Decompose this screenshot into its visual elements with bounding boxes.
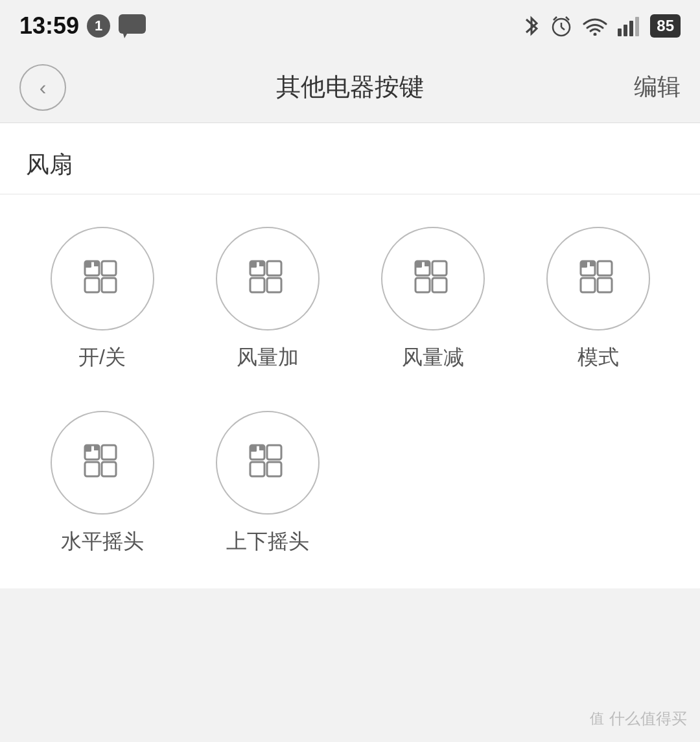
svg-rect-34 — [598, 261, 612, 275]
wifi-icon — [583, 16, 607, 36]
fan-up-label: 风量加 — [237, 343, 299, 372]
fan-up-button[interactable] — [216, 227, 320, 330]
notification-badge: 1 — [87, 14, 110, 38]
buttons-grid-row1: 开/关 风量加 — [0, 194, 700, 404]
svg-rect-22 — [267, 261, 281, 275]
button-item-hswing: 水平摇头 — [26, 411, 178, 556]
power-icon — [80, 256, 125, 301]
svg-rect-36 — [581, 278, 595, 292]
svg-rect-10 — [629, 21, 633, 36]
watermark-icon: 值 — [590, 709, 604, 728]
svg-rect-13 — [85, 261, 91, 268]
fan-up-icon — [245, 256, 290, 301]
page-title: 其他电器按键 — [276, 71, 424, 104]
svg-rect-17 — [85, 278, 99, 292]
fan-down-label: 风量减 — [402, 343, 464, 372]
vswing-button[interactable] — [216, 411, 320, 515]
svg-rect-0 — [119, 14, 146, 34]
hswing-icon — [80, 440, 125, 485]
svg-point-7 — [594, 33, 597, 36]
back-arrow-icon: ‹ — [40, 77, 47, 98]
svg-rect-40 — [102, 445, 116, 459]
buttons-grid-row2: 水平摇头 上下摇头 — [0, 404, 700, 588]
svg-rect-20 — [250, 261, 257, 268]
bluetooth-icon — [523, 14, 540, 38]
svg-marker-21 — [259, 261, 264, 266]
watermark-text: 什么值得买 — [609, 708, 687, 729]
back-button[interactable]: ‹ — [19, 64, 66, 111]
svg-rect-38 — [85, 445, 91, 452]
svg-rect-48 — [250, 462, 264, 476]
status-right: 85 — [523, 14, 681, 38]
mode-label: 模式 — [578, 343, 619, 372]
vswing-icon — [245, 440, 290, 485]
svg-marker-1 — [123, 34, 127, 38]
section-header: 风扇 — [0, 123, 700, 194]
svg-marker-45 — [259, 445, 264, 450]
svg-rect-16 — [102, 278, 116, 292]
fan-down-icon — [410, 256, 456, 301]
svg-rect-42 — [85, 462, 99, 476]
svg-rect-30 — [415, 278, 430, 292]
svg-rect-44 — [250, 445, 257, 452]
button-item-fan-down: 风量减 — [356, 227, 509, 372]
fan-down-button[interactable] — [381, 227, 485, 330]
alarm-icon — [550, 15, 572, 37]
svg-rect-26 — [415, 261, 422, 268]
svg-rect-9 — [624, 25, 627, 36]
power-button[interactable] — [51, 227, 154, 330]
hswing-button[interactable] — [51, 411, 154, 515]
button-item-vswing: 上下摇头 — [191, 411, 344, 556]
svg-rect-11 — [635, 17, 639, 36]
message-icon — [118, 14, 146, 38]
svg-rect-41 — [102, 462, 116, 476]
svg-rect-8 — [618, 29, 622, 36]
status-left: 13:59 1 — [19, 12, 146, 40]
svg-rect-35 — [598, 278, 612, 292]
button-item-power: 开/关 — [26, 227, 178, 372]
button-item-fan-up: 风量加 — [191, 227, 344, 372]
svg-marker-27 — [425, 261, 430, 266]
status-time: 13:59 — [19, 12, 79, 40]
button-item-mode: 模式 — [522, 227, 674, 372]
svg-rect-32 — [581, 261, 587, 268]
battery-indicator: 85 — [650, 14, 681, 38]
main-content: 风扇 开/关 — [0, 123, 700, 588]
svg-rect-29 — [432, 278, 447, 292]
signal-icon — [618, 16, 640, 36]
edit-button[interactable]: 编辑 — [634, 71, 681, 103]
svg-rect-23 — [267, 278, 281, 292]
svg-marker-33 — [590, 261, 595, 266]
status-bar: 13:59 1 — [0, 0, 700, 52]
mode-button[interactable] — [546, 227, 650, 330]
svg-rect-28 — [432, 261, 447, 275]
vswing-label: 上下摇头 — [226, 528, 309, 556]
section-title: 风扇 — [26, 151, 73, 178]
watermark: 值 什么值得买 — [590, 708, 687, 729]
mode-icon — [576, 256, 621, 301]
svg-rect-24 — [250, 278, 264, 292]
nav-bar: ‹ 其他电器按键 编辑 — [0, 52, 700, 123]
svg-marker-39 — [94, 445, 99, 450]
hswing-label: 水平摇头 — [61, 528, 144, 556]
svg-rect-47 — [267, 462, 281, 476]
svg-rect-15 — [102, 261, 116, 275]
svg-rect-46 — [267, 445, 281, 459]
svg-line-4 — [561, 27, 565, 30]
power-label: 开/关 — [78, 343, 126, 372]
svg-marker-14 — [94, 261, 99, 266]
